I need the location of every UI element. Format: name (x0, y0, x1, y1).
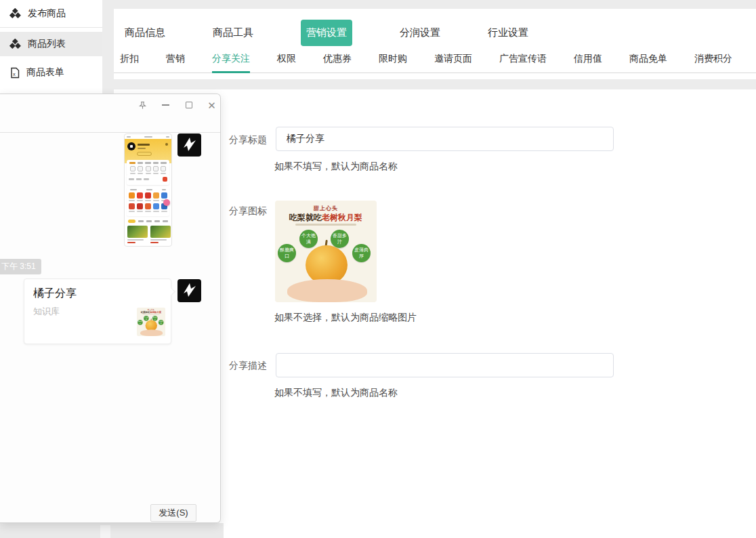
tab-marketing-settings[interactable]: 营销设置 (301, 20, 352, 46)
share-card-subtitle: 知识库 (33, 306, 60, 318)
share-image-preview[interactable]: 甜上心头 吃梨就吃老树秋月梨 个大饱满 香甜多汁 酥脆爽口 皮薄肉厚 (275, 201, 377, 302)
sidebar-item-label: 发布商品 (28, 7, 66, 20)
ad-badge: 个大饱满 (299, 230, 318, 248)
share-card-title: 橘子分享 (33, 287, 77, 301)
send-button[interactable]: 发送(S) (150, 504, 196, 522)
maximize-icon[interactable] (184, 101, 193, 110)
subtab-discount[interactable]: 折扣 (120, 47, 139, 73)
share-card-thumbnail: 甜上心头 吃梨就吃老树秋月梨 个大饱满 香甜多汁 酥脆爽口 皮薄肉厚 (137, 308, 165, 336)
subtab-marketing[interactable]: 营销 (166, 47, 185, 73)
avatar[interactable] (177, 279, 201, 302)
ad-top-badge: 甜上心头 (275, 205, 377, 212)
phone-section-tabs (125, 218, 171, 224)
file-x-icon: x (9, 67, 20, 79)
close-icon[interactable]: ✕ (207, 101, 216, 110)
share-title-hint: 如果不填写，默认为商品名称 (274, 161, 398, 173)
phone-statusbar (125, 134, 171, 139)
tabs-panel: 商品信息 商品工具 营销设置 分润设置 行业设置 折扣 营销 分享关注 权限 优… (114, 9, 756, 79)
ad-subtitle-line (295, 224, 356, 226)
share-image-hint: 如果不选择，默认为商品缩略图片 (274, 312, 417, 324)
sidebar-item-product-form[interactable]: x 商品表单 (0, 60, 102, 85)
ad-badge: 皮薄肉厚 (352, 244, 371, 262)
avatar[interactable] (177, 133, 201, 157)
window-controls: ✕ (138, 98, 216, 112)
sidebar-divider (0, 27, 102, 28)
scrollbar-remnant[interactable] (100, 525, 110, 538)
tab-product-info[interactable]: 商品信息 (125, 26, 165, 39)
phone-product-cards (125, 224, 171, 245)
share-card-message[interactable]: 橘子分享 知识库 甜上心头 吃梨就吃老树秋月梨 个大饱满 香甜多汁 酥脆爽口 皮… (24, 278, 171, 344)
secondary-tabs: 折扣 营销 分享关注 权限 优惠券 限时购 邀请页面 广告宣传语 信用值 商品免… (114, 47, 756, 73)
subtab-credit[interactable]: 信用值 (574, 47, 602, 73)
tab-profit-settings[interactable]: 分润设置 (400, 26, 440, 39)
subtab-permission[interactable]: 权限 (277, 47, 296, 73)
chat-timestamp: 下午 3:51 (0, 259, 41, 274)
svg-text:x: x (13, 70, 16, 77)
share-desc-hint: 如果不填写，默认为商品名称 (274, 387, 398, 399)
subtab-ad-slogan[interactable]: 广告宣传语 (499, 47, 547, 73)
phone-menu-card (127, 160, 169, 175)
ad-badge: 香甜多汁 (331, 230, 349, 248)
hand-image (287, 279, 367, 302)
subtab-flash-sale[interactable]: 限时购 (379, 47, 407, 73)
tab-industry-settings[interactable]: 行业设置 (488, 26, 528, 39)
share-desc-input[interactable] (276, 353, 614, 377)
subtab-invite-page[interactable]: 邀请页面 (434, 47, 472, 73)
pin-icon[interactable] (138, 101, 147, 110)
subtab-free-order[interactable]: 商品免单 (629, 47, 667, 73)
cubes-icon (9, 8, 22, 19)
ad-title: 吃梨就吃老树秋月梨 (275, 212, 377, 224)
chat-share-window: ✕ ‹› 下午 3 (0, 94, 221, 523)
share-desc-label: 分享描述 (229, 360, 267, 372)
subtab-coupon[interactable]: 优惠券 (323, 47, 352, 73)
share-title-label: 分享标题 (229, 134, 267, 146)
phone-row-card (127, 174, 169, 185)
ad-badge: 酥脆爽口 (278, 244, 296, 262)
share-title-input[interactable] (276, 127, 614, 151)
sidebar-item-publish-product[interactable]: 发布商品 (0, 1, 102, 26)
subtab-share-follow[interactable]: 分享关注 (212, 47, 250, 73)
tab-product-tools[interactable]: 商品工具 (213, 26, 253, 39)
phone-screenshot-message[interactable]: ‹› (124, 133, 172, 247)
minimize-icon[interactable] (161, 101, 170, 110)
phone-nav-arrows: ‹› (125, 245, 171, 247)
sidebar: 发布商品 商品列表 x 商品表单 (0, 0, 102, 95)
primary-tabs: 商品信息 商品工具 营销设置 分润设置 行业设置 (114, 18, 756, 47)
sidebar-item-label: 商品列表 (28, 38, 66, 50)
desktop-background-strip (0, 523, 224, 538)
sidebar-item-label: 商品表单 (26, 66, 64, 79)
phone-floating-button (163, 199, 170, 206)
share-image-label: 分享图标 (229, 205, 267, 218)
subtab-points[interactable]: 消费积分 (694, 47, 732, 73)
sidebar-item-product-list[interactable]: 商品列表 (0, 32, 102, 56)
chat-titlebar: ✕ (0, 94, 220, 133)
card-arrow (167, 287, 175, 296)
cubes-icon (9, 39, 22, 49)
